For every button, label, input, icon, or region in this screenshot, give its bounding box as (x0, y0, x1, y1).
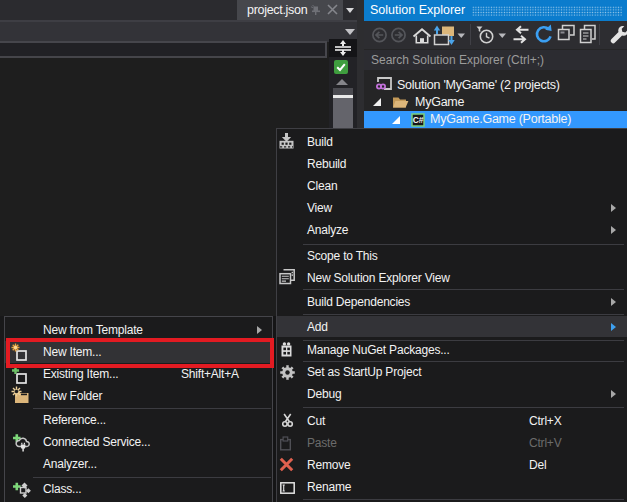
svg-text:C#: C# (413, 115, 424, 125)
